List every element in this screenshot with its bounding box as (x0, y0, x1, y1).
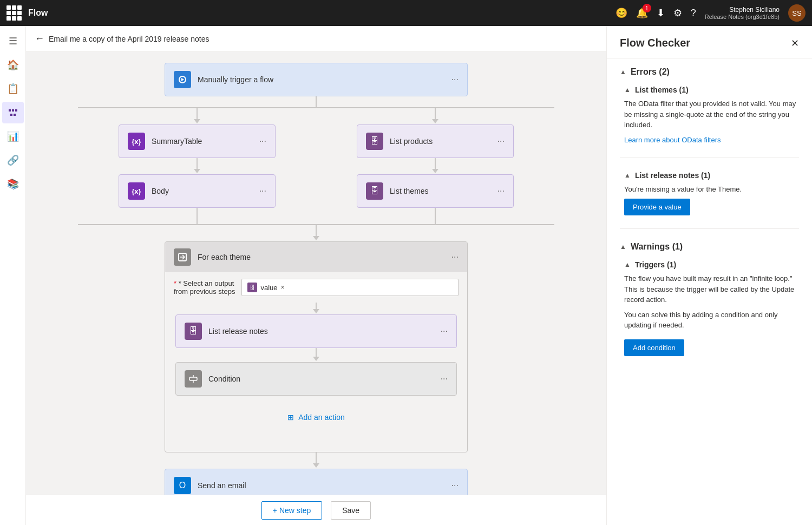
list-themes-icon: 🗄 (366, 182, 383, 200)
add-action-button[interactable]: ⊞ Add an action (287, 406, 345, 428)
back-button[interactable]: ← (35, 33, 44, 44)
sidebar-data-icon[interactable]: 📊 (2, 126, 24, 147)
warnings-section-title: Warnings (1) (631, 242, 683, 252)
avatar[interactable]: SS (788, 4, 806, 22)
list-themes-chevron: ▲ (624, 86, 631, 94)
sidebar-home-icon[interactable]: 🏠 (2, 54, 24, 76)
loop-more[interactable]: ··· (451, 252, 459, 262)
body-label: Body (152, 187, 253, 195)
list-products-step[interactable]: 🗄 List products ··· (357, 124, 514, 158)
loop-box: For each theme ··· * * Select an output … (165, 241, 468, 452)
list-products-more[interactable]: ··· (497, 136, 505, 146)
add-condition-button[interactable]: Add condition (624, 339, 684, 356)
checker-close-button[interactable]: ✕ (791, 37, 799, 49)
send-email-step[interactable]: O Send an email ··· (165, 469, 468, 495)
list-release-notes-more[interactable]: ··· (441, 326, 448, 336)
list-release-notes-icon: 🗄 (185, 323, 202, 340)
sidebar-flows-icon[interactable] (2, 102, 24, 123)
left-arrow-1 (194, 119, 200, 123)
loop-container: For each theme ··· * * Select an output … (165, 241, 468, 452)
right-vert-3 (435, 208, 436, 224)
app-title: Flow (28, 8, 609, 18)
help-icon[interactable]: ? (691, 8, 696, 19)
list-products-icon: 🗄 (366, 133, 383, 150)
flow-canvas: Manually trigger a flow ··· (26, 52, 606, 495)
provide-value-button[interactable]: Provide a value (624, 199, 690, 215)
download-icon[interactable]: ⬇ (657, 7, 665, 19)
send-email-more[interactable]: ··· (451, 481, 459, 490)
emoji-icon[interactable]: 😊 (615, 7, 627, 19)
learn-odata-link[interactable]: Learn more about OData filters (624, 136, 721, 144)
body-more[interactable]: ··· (259, 186, 266, 196)
list-release-notes-label: List release notes (208, 327, 434, 336)
user-name: Stephen Siciliano (729, 6, 780, 14)
add-action-label: Add an action (298, 413, 345, 422)
errors-chevron: ▲ (620, 68, 626, 76)
waffle-menu[interactable] (6, 5, 22, 21)
condition-step[interactable]: Condition ··· (175, 362, 457, 396)
list-release-notes-error-header[interactable]: ▲ List release notes (1) (624, 171, 799, 180)
loop-inner-vert-1 (316, 303, 317, 309)
trigger-label: Manually trigger a flow (198, 75, 445, 84)
join-arrow (313, 236, 319, 240)
checker-body: ▲ Errors (2) ▲ List themes (1) The OData… (607, 58, 812, 365)
triggers-warning-message-1: The flow you have built may result in an… (624, 273, 799, 305)
bottom-bar: + New step Save (26, 495, 606, 525)
breadcrumb-bar: ← Email me a copy of the April 2019 rele… (26, 26, 606, 52)
errors-section-title: Errors (2) (631, 67, 670, 77)
user-org: Release Notes (org3d1fe8b) (705, 14, 780, 20)
left-vert-1 (197, 108, 198, 119)
send-email-icon: O (174, 477, 191, 494)
triggers-warning-message-2: You can solve this by adding a condition… (624, 310, 799, 331)
trigger-more[interactable]: ··· (451, 75, 459, 84)
errors-section-header[interactable]: ▲ Errors (2) (620, 67, 799, 77)
list-release-notes-error-section: ▲ List release notes (1) You're missing … (624, 171, 799, 216)
summary-table-more[interactable]: ··· (259, 136, 266, 146)
warnings-section-header[interactable]: ▲ Warnings (1) (620, 242, 799, 252)
list-themes-error-header[interactable]: ▲ List themes (1) (624, 86, 799, 94)
triggers-warning-header[interactable]: ▲ Triggers (1) (624, 260, 799, 269)
horiz-split-line (78, 107, 554, 108)
loop-label: For each theme (198, 253, 445, 261)
list-themes-more[interactable]: ··· (497, 186, 505, 196)
flow-checker-panel: Flow Checker ✕ ▲ Errors (2) ▲ List theme… (606, 26, 812, 525)
body-icon: {x} (128, 182, 145, 200)
list-release-notes-error-title: List release notes (1) (635, 171, 710, 180)
send-email-label: Send an email (198, 481, 445, 490)
value-chip[interactable]: 🗄 value × (241, 279, 459, 296)
sidebar-menu-icon[interactable]: ☰ (2, 30, 24, 52)
list-themes-step[interactable]: 🗄 List themes ··· (357, 174, 514, 208)
settings-icon[interactable]: ⚙ (673, 7, 682, 19)
sidebar: ☰ 🏠 📋 📊 🔗 📚 (0, 26, 26, 525)
right-arrow-head-2 (432, 169, 438, 173)
condition-more[interactable]: ··· (441, 374, 448, 384)
body-step[interactable]: {x} Body ··· (119, 174, 276, 208)
trigger-step[interactable]: Manually trigger a flow ··· (165, 63, 468, 96)
new-step-button[interactable]: + New step (261, 501, 322, 520)
main-content: ← Email me a copy of the April 2019 rele… (26, 26, 606, 525)
left-arrow-head-1 (194, 119, 200, 123)
chip-remove[interactable]: × (281, 284, 285, 291)
loop-icon (174, 248, 191, 266)
list-release-notes-error-message: You're missing a value for the Theme. (624, 184, 799, 195)
pre-email-arrow (313, 463, 319, 468)
sidebar-connections-icon[interactable]: 🔗 (2, 149, 24, 171)
sidebar-approvals-icon[interactable]: 📋 (2, 78, 24, 100)
notification-icon[interactable]: 🔔 1 (636, 7, 648, 19)
loop-inner-vert-2 (316, 348, 317, 357)
triggers-warning-section: ▲ Triggers (1) The flow you have built m… (624, 260, 799, 356)
save-button[interactable]: Save (331, 501, 371, 520)
notification-badge: 1 (643, 4, 651, 12)
triggers-chevron: ▲ (624, 261, 631, 268)
left-arrow-head-2 (194, 169, 200, 173)
condition-label: Condition (208, 375, 434, 383)
loop-inner-arrow-2 (313, 357, 319, 361)
sidebar-learn-icon[interactable]: 📚 (2, 173, 24, 195)
add-action-area: ⊞ Add an action (172, 396, 461, 439)
summary-table-step[interactable]: {x} SummaryTable ··· (119, 124, 276, 158)
summary-table-icon: {x} (128, 133, 145, 150)
list-release-notes-step[interactable]: 🗄 List release notes ··· (175, 314, 457, 348)
vert-line-1 (316, 96, 317, 107)
loop-header[interactable]: For each theme ··· (165, 242, 467, 272)
join-vert (316, 225, 317, 236)
